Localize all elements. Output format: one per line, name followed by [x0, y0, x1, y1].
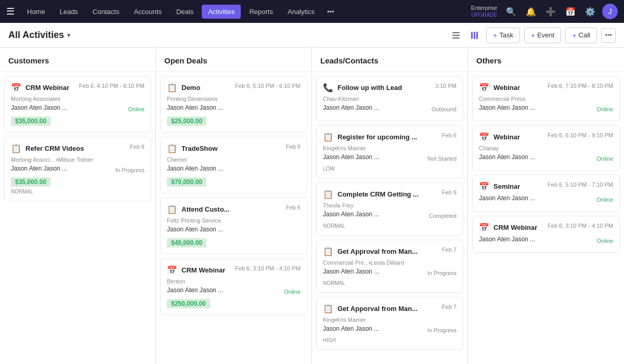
- nav-analytics[interactable]: Analytics: [281, 5, 321, 19]
- card-status: Online: [596, 106, 613, 112]
- card-title: Get Approval from Man...: [337, 248, 418, 255]
- svg-rect-5: [476, 32, 478, 39]
- col-body-others: 📅WebinarFeb 6, 7:10 PM - 8:10 PMCommerci…: [468, 72, 624, 364]
- activity-card[interactable]: 📋Get Apporval from Man...Feb 7King•Kris …: [316, 297, 463, 350]
- card-title: CRM Webinar: [25, 84, 69, 92]
- plus-icon: +: [572, 31, 576, 40]
- activity-card[interactable]: 📅WebinarFeb 6, 7:10 PM - 8:10 PMCommerci…: [472, 76, 620, 121]
- card-company: Chemel: [167, 157, 301, 163]
- add-icon[interactable]: ➕: [543, 4, 558, 19]
- nav-deals[interactable]: Deals: [170, 5, 200, 19]
- card-assignees: Jason Aten Jason ...: [11, 165, 67, 172]
- notifications-icon[interactable]: 🔔: [523, 4, 539, 19]
- activity-card[interactable]: 📅CRM WebinarFeb 6, 3:10 PM - 4:10 PMJaso…: [472, 216, 620, 253]
- activities-dropdown[interactable]: All Activities ▾: [8, 30, 70, 41]
- add-task-button[interactable]: + Task: [486, 28, 520, 43]
- kanban-view-btn[interactable]: [467, 28, 482, 43]
- card-date: Feb 9: [442, 189, 457, 196]
- card-assignees: Jason Aten Jason ...: [167, 287, 223, 294]
- card-title: Refer CRM Videos: [25, 145, 84, 152]
- card-type-icon: 📋: [323, 132, 333, 142]
- card-assignees: Jason Aten Jason ...: [11, 104, 67, 111]
- activity-card[interactable]: 📞Follow up with Lead3:10 PMChau KitzmanJ…: [316, 76, 463, 121]
- settings-icon[interactable]: ⚙️: [582, 4, 598, 19]
- plus-icon: +: [531, 31, 535, 40]
- activity-card[interactable]: 📋DemoFeb 6, 5:10 PM - 6:10 PMPrinting Di…: [160, 76, 307, 133]
- card-status: Outbound: [432, 106, 457, 112]
- call-label: Call: [579, 31, 590, 39]
- col-body-customers: 📅CRM WebinarFeb 6, 4:10 PM - 6:10 PMMorl…: [0, 72, 155, 364]
- activity-card[interactable]: 📅CRM WebinarFeb 6, 3:10 PM - 4:10 PMBent…: [160, 258, 307, 315]
- card-title: Webinar: [493, 133, 520, 141]
- card-date: Feb 6, 5:10 PM - 6:10 PM: [235, 83, 301, 89]
- activity-card[interactable]: 📋Attend Custo...Feb 6Feltz Printing Serv…: [160, 198, 307, 254]
- nav-accounts[interactable]: Accounts: [127, 5, 167, 19]
- card-date: Feb 8: [130, 144, 145, 150]
- card-date: Feb 6, 3:10 PM - 4:10 PM: [548, 223, 613, 229]
- card-date: Feb 7: [442, 304, 457, 310]
- activity-card[interactable]: 📅SeminarFeb 6, 5:10 PM - 7:10 PMJason At…: [472, 175, 620, 212]
- card-title: CRM Webinar: [181, 266, 225, 274]
- card-type-icon: 📅: [167, 265, 177, 275]
- chevron-down-icon: ▾: [67, 32, 70, 39]
- col-body-leads-contacts: 📞Follow up with Lead3:10 PMChau KitzmanJ…: [312, 72, 467, 364]
- activity-card[interactable]: 📋TradeShowFeb 6ChemelJason Aten Jason ..…: [160, 137, 307, 193]
- card-date: Feb 6: [286, 204, 301, 211]
- card-title: Demo: [181, 84, 200, 92]
- activity-card[interactable]: 📋Get Approval from Man...Feb 7Commercial…: [316, 240, 463, 293]
- kanban-col-customers: Customers📅CRM WebinarFeb 6, 4:10 PM - 6:…: [0, 48, 156, 364]
- card-title: Register for upcoming ...: [337, 133, 417, 141]
- card-assignees: Jason Aten Jason ...: [479, 194, 535, 202]
- user-avatar[interactable]: J: [602, 4, 618, 19]
- nav-contacts[interactable]: Contacts: [86, 5, 125, 19]
- list-view-btn[interactable]: [449, 28, 463, 43]
- nav-leads[interactable]: Leads: [54, 5, 84, 19]
- card-status: Online: [596, 155, 613, 162]
- nav-home[interactable]: Home: [21, 5, 51, 19]
- kanban-col-open-deals: Open Deals📋DemoFeb 6, 5:10 PM - 6:10 PMP…: [156, 48, 312, 364]
- card-status: Online: [128, 106, 145, 112]
- activity-card[interactable]: 📋Complete CRM Getting ...Feb 9Theola Fre…: [316, 183, 463, 236]
- card-amount: $250,000.00: [167, 299, 210, 308]
- card-date: Feb 6, 5:10 PM - 7:10 PM: [548, 181, 613, 188]
- card-status: Completed: [429, 213, 457, 219]
- card-type-icon: 📅: [11, 83, 21, 93]
- card-company: Morlong Associ... •Mitsue Tollner: [11, 157, 145, 163]
- svg-rect-4: [474, 32, 475, 39]
- card-priority-badge: NORMAL: [11, 189, 145, 194]
- nav-more-icon[interactable]: •••: [323, 5, 339, 19]
- card-status: In Progress: [427, 270, 457, 276]
- card-title: Attend Custo...: [181, 205, 229, 213]
- add-call-button[interactable]: + Call: [565, 28, 597, 43]
- card-amount: $35,000.00: [11, 177, 50, 187]
- card-type-icon: 📋: [167, 83, 177, 93]
- card-date: Feb 6, 3:10 PM - 4:10 PM: [235, 265, 301, 271]
- add-event-button[interactable]: + Event: [524, 28, 561, 43]
- card-title: Complete CRM Getting ...: [337, 190, 419, 198]
- more-options-button[interactable]: •••: [601, 28, 616, 43]
- activity-card[interactable]: 📋Register for upcoming ...Feb 6King•Kris…: [316, 125, 463, 178]
- card-amount: $25,000.00: [167, 116, 206, 126]
- card-company: Printing Dimensions: [167, 96, 301, 102]
- card-type-icon: 📅: [479, 132, 489, 142]
- nav-reports[interactable]: Reports: [243, 5, 279, 19]
- top-nav: ☰ Home Leads Contacts Accounts Deals Act…: [0, 0, 624, 23]
- calendar-icon[interactable]: 📅: [563, 4, 578, 19]
- card-assignees: Jason Aten Jason ...: [479, 104, 535, 111]
- activity-card[interactable]: 📋Refer CRM VideosFeb 8Morlong Associ... …: [4, 137, 151, 201]
- card-status: In Progress: [115, 167, 145, 173]
- svg-rect-2: [452, 37, 460, 38]
- nav-activities[interactable]: Activities: [202, 5, 241, 19]
- card-type-icon: 📞: [323, 83, 333, 93]
- activity-card[interactable]: 📅WebinarFeb 6, 6:10 PM - 9:10 PMChanayJa…: [472, 125, 620, 171]
- kanban-col-others: Others📅WebinarFeb 6, 7:10 PM - 8:10 PMCo…: [468, 48, 624, 364]
- card-title: Seminar: [493, 183, 520, 190]
- card-type-icon: 📋: [323, 304, 333, 314]
- card-title: Follow up with Lead: [337, 84, 402, 92]
- search-icon[interactable]: 🔍: [503, 4, 519, 19]
- card-amount: $35,000.00: [11, 116, 50, 126]
- activity-card[interactable]: 📅CRM WebinarFeb 6, 4:10 PM - 6:10 PMMorl…: [4, 76, 151, 133]
- nav-menu-icon[interactable]: ☰: [6, 6, 15, 17]
- nav-right-section: EnterpriseUPGRADE 🔍 🔔 ➕ 📅 ⚙️ J: [471, 4, 618, 19]
- card-date: 3:10 PM: [435, 83, 457, 89]
